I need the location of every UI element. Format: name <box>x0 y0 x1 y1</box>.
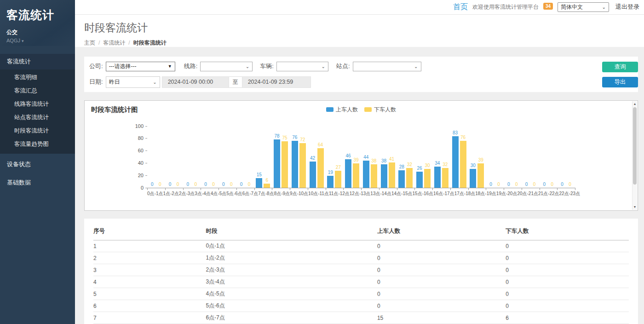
legend-label: 下车人数 <box>374 106 396 114</box>
bar-column: 76 <box>292 118 298 188</box>
sidebar-item-客流明细[interactable]: 客流明细 <box>0 71 75 84</box>
language-select[interactable]: 简体中文 ⌄ <box>558 2 609 12</box>
x-axis-label: 10点-11点 <box>308 191 329 197</box>
x-label-cell: 0点-1点 <box>147 191 163 197</box>
bar-column: 0 <box>228 118 235 188</box>
bar-value-label: 0 <box>515 182 518 187</box>
nav-home-link[interactable]: 首页 <box>453 2 468 12</box>
bar-下车人数 <box>335 171 341 187</box>
x-label-cell: 12点-13点 <box>350 191 371 197</box>
chevron-down-icon: ▾ <box>22 39 24 43</box>
bar-value-label: 38 <box>371 158 376 164</box>
chart-vertical-scrollbar[interactable]: ▴ ▾ <box>632 101 637 210</box>
bar-column: 0 <box>167 118 173 188</box>
bar-group-3点-4点: 00 <box>201 118 218 188</box>
bar-column: 38 <box>381 118 387 188</box>
table-cell: 2 <box>93 252 206 264</box>
bar-上车人数 <box>327 176 334 187</box>
col-header-period: 时段 <box>206 224 377 240</box>
query-button[interactable]: 查询 <box>602 62 638 72</box>
table-row: 76点-7点156 <box>93 312 629 324</box>
y-axis-tick-label: 80 <box>128 135 144 141</box>
bar-value-label: 6 <box>266 178 269 183</box>
company-label: 公司: <box>89 62 103 70</box>
bar-column: 0 <box>549 118 555 188</box>
scroll-down-icon[interactable]: ▾ <box>632 204 637 210</box>
legend-item-boarding[interactable]: 上车人数 <box>326 106 358 114</box>
bar-column: 0 <box>567 118 573 188</box>
sidebar-item-线路客流统计[interactable]: 线路客流统计 <box>0 98 75 111</box>
table-cell: 0 <box>506 252 629 264</box>
scroll-up-icon[interactable]: ▴ <box>632 101 637 107</box>
logout-link[interactable]: 退出登录 <box>615 3 639 11</box>
table-cell: 6 <box>506 312 629 324</box>
export-button[interactable]: 导出 <box>602 77 638 87</box>
x-axis-label: 3点-4点 <box>195 191 210 197</box>
bar-下车人数 <box>424 169 431 187</box>
sidebar-item-客流量趋势图[interactable]: 客流量趋势图 <box>0 138 75 151</box>
bar-column: 0 <box>559 118 565 188</box>
bar-value-label: 0 <box>230 182 233 187</box>
breadcrumb-separator: / <box>98 40 100 46</box>
company-select[interactable]: ---请选择--- ▼ <box>106 62 175 71</box>
bar-group-4点-5点: 00 <box>218 118 236 188</box>
user-dropdown[interactable]: AQGJ▾ <box>6 38 69 43</box>
sidebar-item-设备状态[interactable]: 设备状态 <box>0 156 75 172</box>
bar-column: 0 <box>184 118 191 188</box>
breadcrumb-section[interactable]: 客流统计 <box>103 39 125 47</box>
bar-value-label: 30 <box>425 163 430 168</box>
y-axis-tick-label: 40 <box>128 160 144 166</box>
vehicle-select[interactable]: ⌄ <box>276 62 328 71</box>
bar-group-20点-21点: 00 <box>504 118 522 188</box>
date-end-input[interactable]: 2024-01-09 23:59 <box>242 76 311 88</box>
x-axis-tick-mark <box>254 188 255 190</box>
table-cell: 0 <box>377 240 506 252</box>
brand-title: 客流统计 <box>6 7 69 23</box>
bar-value-label: 78 <box>275 133 280 139</box>
bar-value-label: 32 <box>407 162 412 168</box>
x-axis-label: 21点-22点 <box>538 191 559 197</box>
bar-上车人数 <box>345 159 351 188</box>
chevron-down-icon: ⌄ <box>153 80 156 85</box>
bar-value-label: 0 <box>507 182 510 187</box>
x-axis-tick-mark <box>343 188 344 190</box>
date-range-select[interactable]: 昨日 ⌄ <box>106 76 160 88</box>
bar-group-16点-17点: 3432 <box>432 118 450 188</box>
x-axis-label: 2点-3点 <box>179 191 195 197</box>
breadcrumb-home[interactable]: 主页 <box>84 39 95 47</box>
bar-column: 0 <box>495 118 502 188</box>
x-label-cell: 14点-15点 <box>391 191 413 197</box>
sidebar-item-基础数据[interactable]: 基础数据 <box>0 175 75 191</box>
bar-column: 27 <box>335 118 341 188</box>
table-row: 32点-3点00 <box>93 264 629 276</box>
chart-title: 时段车流统计图 <box>91 106 138 113</box>
date-start-input[interactable]: 2024-01-09 00:00 <box>162 76 229 88</box>
col-header-alighting: 下车人数 <box>506 224 629 240</box>
bar-下车人数 <box>406 168 413 188</box>
station-select[interactable]: ⌄ <box>353 62 421 71</box>
sidebar-item-站点客流统计[interactable]: 站点客流统计 <box>0 111 75 124</box>
scrollbar-thumb[interactable] <box>633 107 637 185</box>
bar-value-label: 39 <box>354 157 359 163</box>
table-row: 54点-5点00 <box>93 288 629 300</box>
table-cell: 0 <box>506 276 629 288</box>
x-axis-tick-mark <box>575 188 575 190</box>
table-cell: 0 <box>377 276 506 288</box>
bar-value-label: 0 <box>187 182 190 187</box>
bar-column: 0 <box>513 118 520 188</box>
legend-item-alighting[interactable]: 下车人数 <box>364 106 396 114</box>
sidebar-item-客流汇总[interactable]: 客流汇总 <box>0 84 75 98</box>
bar-column: 46 <box>345 118 351 188</box>
sidebar-item-客流统计[interactable]: 客流统计 <box>0 54 75 69</box>
stats-table: 序号 时段 上车人数 下车人数 10点-1点0021点-2点0032点-3点00… <box>93 224 629 324</box>
bar-上车人数 <box>256 178 262 187</box>
bar-group-7点-8点: 7875 <box>272 118 290 188</box>
chart-title-row: 时段车流统计图 上车人数 下车人数 <box>91 105 631 115</box>
sidebar-item-时段客流统计[interactable]: 时段客流统计 <box>0 124 75 138</box>
line-select[interactable]: ⌄ <box>200 62 253 71</box>
x-axis-label: 4点-5点 <box>211 191 226 197</box>
table-cell: 0 <box>377 288 506 300</box>
bar-value-label: 39 <box>478 157 483 163</box>
bar-group-15点-16点: 2630 <box>414 118 432 188</box>
sidebar-section-客流统计: 客流统计客流明细客流汇总线路客流统计站点客流统计时段客流统计客流量趋势图 <box>0 54 75 154</box>
